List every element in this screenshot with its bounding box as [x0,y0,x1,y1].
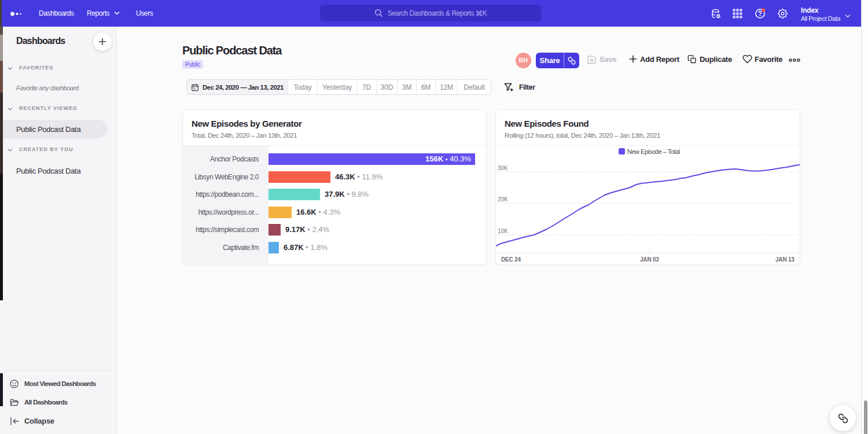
svg-text:20K: 20K [498,196,508,203]
svg-text:10K: 10K [498,228,508,234]
svg-text:30K: 30K [498,165,508,171]
